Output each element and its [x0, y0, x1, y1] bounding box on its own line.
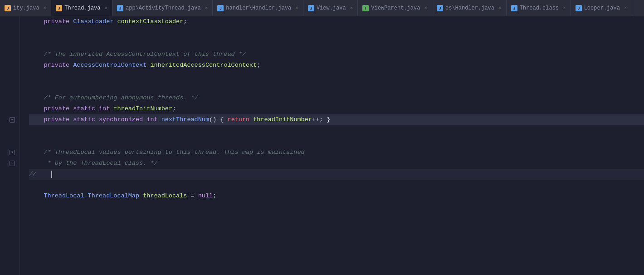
comment-threadlocal1: /* ThreadLocal values pertaining to this… — [44, 147, 304, 158]
tab-label-looper: Looper.java — [584, 5, 620, 11]
code-line-cursor: // — [29, 169, 644, 180]
gutter-line-5 — [13, 60, 16, 71]
gutter-line-11 — [13, 125, 16, 136]
code-content[interactable]: private ClassLoader contextClassLoader ;… — [20, 16, 644, 275]
tab-close-os-handler[interactable]: × — [498, 5, 502, 11]
tab-label-ity: ity.java — [13, 5, 39, 11]
gutter-fold-minus2[interactable]: − — [10, 158, 16, 169]
code-line-comment2: /* For autonumbering anonymous threads. … — [29, 93, 644, 103]
tab-thread-java[interactable]: J Thread.java × — [51, 0, 112, 16]
gutter-line-2 — [13, 27, 16, 38]
kw-static-2: static — [73, 114, 95, 125]
comment-threadlocal2: * by the ThreadLocal class. */ — [48, 158, 158, 169]
tab-icon-view: J — [308, 5, 314, 11]
code-line-4: private static synchronized int nextThre… — [29, 114, 644, 125]
gutter-line-12 — [13, 136, 16, 147]
code-editor[interactable]: − ▾ − private ClassLoader — [0, 16, 644, 275]
text-cursor — [51, 171, 52, 178]
gutter-line-9 — [13, 103, 16, 114]
tab-icon-handler: J — [217, 5, 224, 11]
gutter-line-15 — [13, 169, 16, 180]
tab-close-thread[interactable]: × — [104, 5, 107, 11]
comment-inherited: /* The inherited AccessControlContext of… — [44, 49, 246, 60]
kw-private-3: private — [44, 103, 69, 114]
tab-activity-thread[interactable]: J app\ActivityThread.java × — [112, 0, 213, 16]
kw-null: null — [198, 191, 213, 201]
sp5 — [69, 103, 73, 114]
code-line-1: private ClassLoader contextClassLoader ; — [29, 16, 644, 27]
sp13 — [139, 191, 143, 201]
indent-1 — [29, 16, 44, 27]
tab-label-viewparent: ViewParent.java — [371, 5, 420, 11]
var-inherited: inheritedAccessControlContext — [150, 60, 257, 71]
var-threadlocals: threadLocals — [143, 191, 187, 201]
code-line-blank5 — [29, 125, 644, 136]
tab-label-handler: handler\Handler.java — [226, 5, 291, 11]
tab-close-handler[interactable]: × — [295, 5, 298, 11]
fold-minus-icon[interactable]: − — [10, 117, 15, 123]
parens: () { — [209, 114, 228, 125]
indent-c4 — [29, 158, 48, 169]
tab-icon-ity: J — [5, 5, 11, 11]
fold-down-icon[interactable]: ▾ — [10, 150, 15, 155]
semi2: ; — [257, 60, 260, 71]
tab-icon-thread-class: J — [511, 5, 517, 11]
sp10 — [143, 114, 146, 125]
tab-close-activity[interactable]: × — [205, 5, 208, 11]
gutter-fold-down[interactable]: ▾ — [10, 147, 16, 158]
kw-return: return — [228, 114, 250, 125]
code-line-comment3: /* ThreadLocal values pertaining to this… — [29, 147, 644, 158]
tab-viewparent-java[interactable]: I ViewParent.java × — [358, 0, 432, 16]
fold-minus2-icon[interactable]: − — [10, 161, 15, 166]
code-line-3: private static int threadInitNumber ; — [29, 103, 644, 114]
tab-close-ity[interactable]: × — [44, 5, 47, 11]
tab-close-thread-class[interactable]: × — [563, 5, 566, 11]
tab-thread-class[interactable]: J Thread.class × — [507, 0, 571, 16]
tab-handler-java[interactable]: J handler\Handler.java × — [213, 0, 303, 16]
gutter-line-3 — [13, 38, 16, 49]
tab-icon-thread: J — [56, 5, 62, 11]
kw-int-2: int — [146, 114, 157, 125]
sp6 — [95, 103, 99, 114]
tab-looper-java[interactable]: J Looper.java × — [571, 0, 632, 16]
sp1 — [69, 16, 73, 27]
eq: = — [187, 191, 198, 201]
code-line-blank6 — [29, 136, 644, 147]
gutter-line-4 — [13, 49, 16, 60]
sp12 — [249, 114, 253, 125]
tab-view-java[interactable]: J View.java × — [303, 0, 358, 16]
tab-ity-java[interactable]: J ity.java × — [0, 0, 51, 16]
semi4: ; — [213, 191, 216, 201]
tab-close-looper[interactable]: × — [624, 5, 627, 11]
sp9 — [95, 114, 99, 125]
tab-close-view[interactable]: × — [350, 5, 353, 11]
tab-close-viewparent[interactable]: × — [424, 5, 427, 11]
inc: ++; } — [312, 114, 331, 125]
semi3: ; — [172, 103, 176, 114]
sp7 — [110, 103, 113, 114]
tab-os-handler[interactable]: J os\Handler.java × — [432, 0, 507, 16]
code-line-blank3 — [29, 71, 644, 82]
tab-icon-activity: J — [117, 5, 123, 11]
var-threadinitnumber2: threadInitNumber — [253, 114, 312, 125]
semi1: ; — [183, 16, 187, 27]
kw-private-1: private — [44, 16, 69, 27]
kw-sync: synchronized — [99, 114, 143, 125]
tab-label-activity: app\ActivityThread.java — [126, 5, 201, 11]
type-threadlocalmap: ThreadLocal.ThreadLocalMap — [44, 191, 139, 201]
tab-icon-viewparent: I — [362, 5, 369, 11]
sp11 — [158, 114, 161, 125]
tab-label-thread: Thread.java — [64, 5, 100, 11]
gutter-fold-minus[interactable]: − — [10, 114, 16, 125]
code-line-blank1 — [29, 27, 644, 38]
code-line-5: ThreadLocal.ThreadLocalMap threadLocals … — [29, 191, 644, 201]
line-gutter: − ▾ − — [0, 16, 20, 275]
gutter-line-1 — [13, 16, 16, 27]
indent-2 — [29, 60, 44, 71]
method-nextthreadnum: nextThreadNum — [161, 114, 209, 125]
type-classloader: ClassLoader — [73, 16, 113, 27]
kw-int-1: int — [99, 103, 110, 114]
code-line-blank2 — [29, 38, 644, 49]
tab-icon-os-handler: J — [437, 5, 443, 11]
comment-autonumber: /* For autonumbering anonymous threads. … — [44, 93, 198, 103]
